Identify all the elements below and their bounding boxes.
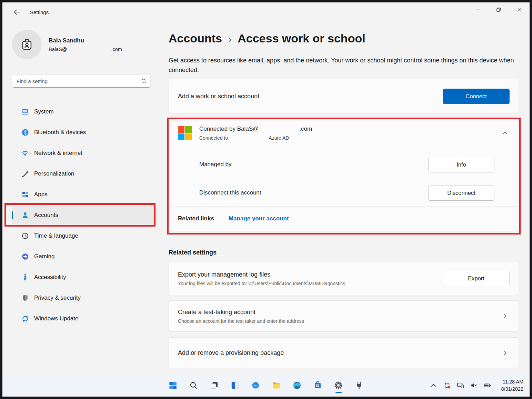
user-account-block[interactable]: Bala Sandhu BalaS@.com <box>12 30 157 59</box>
window-controls <box>468 2 530 17</box>
managed-by-row: Managed by Info <box>169 150 519 179</box>
disconnect-row: Disconnect this account Disconnect <box>169 179 519 206</box>
taskbar-center <box>165 374 367 397</box>
xbox-icon <box>21 252 29 261</box>
plug-icon <box>354 381 364 390</box>
connected-title-prefix: Connected by BalaS@ <box>199 126 259 132</box>
sidebar-item-network[interactable]: Network & internet <box>12 144 157 162</box>
sidebar-item-label: Gaming <box>34 253 55 260</box>
apps-grid-icon <box>21 190 29 199</box>
sidebar-nav: System Bluetooth & devices Network & int… <box>12 103 157 328</box>
minimize-icon <box>475 7 481 12</box>
microsoft-store-icon <box>313 381 322 390</box>
sidebar-item-label: System <box>34 108 54 115</box>
provisioning-package-card[interactable]: Add or remove a provisioning package <box>169 337 519 368</box>
search-icon <box>189 381 198 390</box>
connect-button[interactable]: Connect <box>443 89 510 104</box>
search-icon <box>141 78 147 84</box>
folder-icon <box>272 381 281 390</box>
user-name: Bala Sandhu <box>49 37 122 44</box>
tray-cast-button[interactable] <box>455 380 465 391</box>
sidebar-item-bluetooth[interactable]: Bluetooth & devices <box>12 123 157 141</box>
plug-app-button[interactable] <box>351 378 367 393</box>
sidebar-item-label: Time & language <box>34 232 78 239</box>
breadcrumb-accounts[interactable]: Accounts <box>169 32 222 45</box>
chevron-up-icon <box>430 382 437 389</box>
search-box <box>12 74 151 88</box>
titlebar: Settings <box>2 2 530 22</box>
sidebar-item-personalization[interactable]: Personalization <box>12 165 157 183</box>
system-tray: 11:28 AM 8/31/2022 <box>428 374 526 397</box>
store-button[interactable] <box>310 378 326 393</box>
task-view-icon <box>210 381 219 390</box>
tray-sync-button[interactable] <box>442 380 452 391</box>
user-email-suffix: .com <box>111 47 122 52</box>
start-button[interactable] <box>165 378 181 393</box>
taskbar-search-button[interactable] <box>186 378 202 393</box>
taskbar: 11:28 AM 8/31/2022 <box>2 374 530 397</box>
related-links-row: Related links Manage your account <box>169 207 519 231</box>
system-icon <box>21 108 29 116</box>
manage-account-link[interactable]: Manage your account <box>229 215 289 222</box>
restore-icon <box>496 7 501 12</box>
sidebar-item-apps[interactable]: Apps <box>12 186 157 203</box>
close-icon <box>517 7 522 12</box>
disconnect-button[interactable]: Disconnect <box>428 185 494 201</box>
settings-button[interactable] <box>331 378 347 393</box>
test-taking-title: Create a test-taking account <box>178 309 502 316</box>
sidebar-item-accounts[interactable]: Accounts <box>12 206 157 224</box>
sidebar-item-label: Privacy & security <box>34 295 81 301</box>
breadcrumb: Accounts › Access work or school <box>169 32 519 45</box>
chevron-right-icon <box>502 350 508 356</box>
sidebar-item-gaming[interactable]: Gaming <box>12 248 157 266</box>
maximize-button[interactable] <box>488 2 509 17</box>
back-button[interactable] <box>10 6 24 18</box>
settings-window: Settings Bala S <box>0 0 532 399</box>
minimize-button[interactable] <box>468 2 488 17</box>
sidebar-item-windows-update[interactable]: Windows Update <box>12 310 157 328</box>
sidebar-item-label: Personalization <box>34 170 74 177</box>
info-button[interactable]: Info <box>428 157 494 172</box>
tray-battery-button[interactable] <box>482 380 492 391</box>
task-view-button[interactable] <box>207 378 222 393</box>
test-taking-account-card[interactable]: Create a test-taking account Choose an a… <box>169 300 519 332</box>
edge-button[interactable] <box>289 378 305 393</box>
sync-error-icon <box>443 382 451 389</box>
provisioning-text: Add or remove a provisioning package <box>178 349 502 357</box>
user-email: BalaS@.com <box>49 47 122 52</box>
chevron-up-icon <box>502 130 508 136</box>
sidebar: Bala Sandhu BalaS@.com System Bluetooth … <box>2 21 162 374</box>
connected-account-header[interactable]: Connected by BalaS@.com Connected toAzur… <box>169 117 519 150</box>
bluetooth-icon <box>21 128 29 137</box>
add-account-label: Add a work or school account <box>178 93 443 100</box>
tray-volume-button[interactable] <box>469 380 479 391</box>
clock-time: 11:28 AM <box>501 378 523 385</box>
chat-button[interactable] <box>248 378 264 393</box>
export-button[interactable]: Export <box>443 271 510 286</box>
file-explorer-button[interactable] <box>269 378 284 393</box>
taskbar-clock[interactable]: 11:28 AM 8/31/2022 <box>498 377 526 394</box>
shield-icon <box>21 294 29 302</box>
sidebar-item-label: Accounts <box>34 212 58 219</box>
related-links-label: Related links <box>178 215 214 222</box>
user-email-prefix: BalaS@ <box>49 47 67 52</box>
widgets-icon <box>230 381 240 390</box>
sidebar-item-privacy-security[interactable]: Privacy & security <box>12 289 157 307</box>
tray-chevron-up-button[interactable] <box>428 380 439 391</box>
close-button[interactable] <box>509 2 530 17</box>
export-log-subtitle: Your log files will be exported to: C:\U… <box>178 281 443 286</box>
connected-sub-prefix: Connected to <box>199 135 228 141</box>
sidebar-item-label: Network & internet <box>34 150 82 157</box>
battery-icon <box>484 382 491 389</box>
add-account-card: Add a work or school account Connect <box>169 79 519 113</box>
sidebar-item-system[interactable]: System <box>12 103 157 121</box>
sidebar-item-time-language[interactable]: Time & language <box>12 227 157 245</box>
update-arrows-icon <box>21 315 29 323</box>
search-input[interactable] <box>17 78 141 84</box>
windows-logo-icon <box>168 381 178 390</box>
sidebar-item-accessibility[interactable]: Accessibility <box>12 268 157 286</box>
widgets-button[interactable] <box>227 378 243 393</box>
accessibility-person-icon <box>21 273 29 281</box>
connected-title-suffix: .com <box>299 126 312 132</box>
user-text: Bala Sandhu BalaS@.com <box>49 37 122 52</box>
